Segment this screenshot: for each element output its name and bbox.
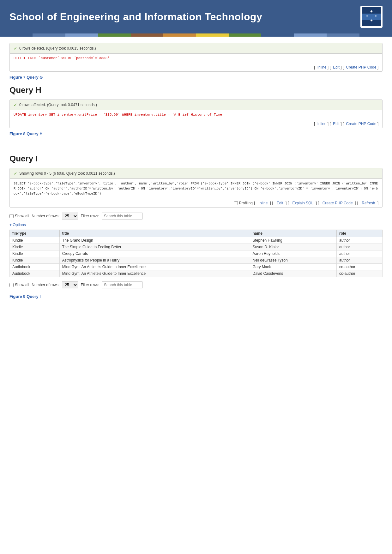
- table-cell: Susan D. Kialor: [250, 244, 336, 250]
- number-of-rows-select[interactable]: 25 50 100: [62, 213, 78, 220]
- query-i-result-box: ✓ Showing rows 0 - 5 (6 total, Query too…: [9, 168, 383, 208]
- query-i-actions: Profiling [ Inline ] [ Edit ] [ Explain …: [10, 199, 382, 207]
- profiling-check[interactable]: [234, 201, 238, 205]
- query-g-status-text: 0 rows deleted. (Query took 0.0015 secon…: [19, 46, 96, 51]
- table-cell: co-author: [337, 264, 383, 270]
- figure-7-label: Figure 7 Query G: [9, 75, 383, 80]
- query-i-refresh-link[interactable]: Refresh: [362, 201, 375, 205]
- query-h-result-box: ✓ 0 rows affected. (Query took 0.0471 se…: [9, 99, 383, 128]
- svg-text:✦: ✦: [370, 18, 373, 23]
- table-controls-top: Show all Number of rows: 25 50 100 Filte…: [9, 211, 383, 221]
- col-name[interactable]: name: [250, 230, 336, 237]
- show-all-label-bottom[interactable]: Show all: [9, 283, 29, 287]
- color-bar-segment: [294, 33, 327, 37]
- color-bar: [0, 33, 392, 37]
- svg-text:✦: ✦: [370, 9, 373, 14]
- table-cell: Kindle: [10, 244, 60, 250]
- query-h-inline-link[interactable]: Inline: [317, 122, 327, 126]
- figure-8-label: Figure 8 Query H: [9, 131, 383, 136]
- table-cell: Kindle: [10, 257, 60, 264]
- number-of-rows-label-bottom: Number of rows:: [32, 283, 59, 287]
- query-i-sql-text: SELECT 'e-book-type','fileType','invento…: [14, 182, 378, 196]
- table-header: fileType title name role: [10, 230, 383, 237]
- check-icon-i: ✓: [14, 171, 17, 176]
- color-bar-segment: [196, 33, 229, 37]
- query-h-create-php-link[interactable]: Create PHP Code: [346, 122, 376, 126]
- table-cell: Mind Gym: An Athlete's Guide to Inner Ex…: [59, 270, 250, 277]
- filter-rows-label: Filter rows:: [81, 214, 99, 218]
- table-cell: co-author: [337, 270, 383, 277]
- color-bar-segment: [65, 33, 98, 37]
- table-cell: Audiobook: [10, 264, 60, 270]
- color-bar-segment: [229, 33, 261, 37]
- show-all-checkbox[interactable]: [9, 214, 14, 218]
- table-row: KindleAstrophysics for People in a Hurry…: [10, 257, 383, 264]
- table-cell: David Casstevens: [250, 270, 336, 277]
- table-cell: Audiobook: [10, 270, 60, 277]
- table-row: KindleThe Grand DesignStephen Hawkingaut…: [10, 237, 383, 244]
- search-input[interactable]: [102, 213, 143, 220]
- color-bar-segment: [98, 33, 130, 37]
- table-header-row: fileType title name role: [10, 230, 383, 237]
- query-g-actions: [ Inline ] [ Edit ] [ Create PHP Code ]: [10, 63, 382, 71]
- query-i-explain-sql-link[interactable]: Explain SQL: [292, 201, 313, 205]
- query-g-create-php-link[interactable]: Create PHP Code: [346, 65, 376, 69]
- header-title: School of Engineering and Information Te…: [9, 11, 262, 23]
- table-cell: Astrophysics for People in a Hurry: [59, 257, 250, 264]
- page-header: School of Engineering and Information Te…: [0, 0, 392, 33]
- color-bar-segment: [163, 33, 196, 37]
- number-of-rows-select-bottom[interactable]: 25 50 100: [62, 281, 78, 288]
- check-icon-h: ✓: [14, 102, 17, 107]
- query-i-create-php-link[interactable]: Create PHP Code: [323, 201, 353, 205]
- color-bar-segment: [0, 33, 33, 37]
- search-input-bottom[interactable]: [102, 281, 143, 288]
- query-h-status-text: 0 rows affected. (Query took 0.0471 seco…: [19, 103, 97, 107]
- table-row: KindleThe Simple Guide to Feeling Better…: [10, 244, 383, 250]
- profiling-label: Profiling: [239, 201, 253, 205]
- color-bar-segment: [327, 33, 359, 37]
- query-i-sql: SELECT 'e-book-type','fileType','invento…: [10, 179, 382, 199]
- col-role[interactable]: role: [337, 230, 383, 237]
- col-title[interactable]: title: [59, 230, 250, 237]
- table-cell: author: [337, 257, 383, 264]
- query-i-inline-link[interactable]: Inline: [259, 201, 268, 205]
- table-cell: Creepy Carrots: [59, 250, 250, 257]
- logo-icon: ✦ ✦ ✦ ✦: [362, 7, 381, 26]
- table-cell: Stephen Hawking: [250, 237, 336, 244]
- options-label: + Options: [9, 223, 26, 227]
- query-g-inline-link[interactable]: Inline: [317, 65, 327, 69]
- color-bar-segment: [33, 33, 65, 37]
- table-cell: Gary Mack: [250, 264, 336, 270]
- table-controls-bottom: Show all Number of rows: 25 50 100 Filte…: [9, 280, 383, 290]
- profiling-checkbox: Profiling: [234, 201, 253, 205]
- table-cell: author: [337, 250, 383, 257]
- table-cell: author: [337, 237, 383, 244]
- query-h-edit-link[interactable]: Edit: [333, 122, 340, 126]
- table-cell: The Simple Guide to Feeling Better: [59, 244, 250, 250]
- query-i-status: ✓ Showing rows 0 - 5 (6 total, Query too…: [10, 168, 382, 179]
- svg-text:✦: ✦: [365, 14, 369, 18]
- col-filetype[interactable]: fileType: [10, 230, 60, 237]
- query-h-heading: Query H: [9, 85, 383, 95]
- options-row[interactable]: + Options: [9, 221, 383, 228]
- check-icon: ✓: [14, 46, 17, 51]
- query-h-actions: [ Inline ] [ Edit ] [ Create PHP Code ]: [10, 120, 382, 128]
- show-all-checkbox-bottom[interactable]: [9, 283, 14, 287]
- show-all-label[interactable]: Show all: [9, 214, 29, 218]
- main-content: ✓ 0 rows deleted. (Query took 0.0015 sec…: [0, 37, 392, 308]
- filter-rows-label-bottom: Filter rows:: [81, 283, 99, 287]
- table-cell: Mind Gym: An Athlete's Guide to Inner Ex…: [59, 264, 250, 270]
- table-cell: Aaron Reynolds: [250, 250, 336, 257]
- table-body: KindleThe Grand DesignStephen Hawkingaut…: [10, 237, 383, 277]
- query-h-status: ✓ 0 rows affected. (Query took 0.0471 se…: [10, 100, 382, 110]
- query-i-table: fileType title name role KindleThe Grand…: [9, 230, 383, 277]
- query-g-edit-link[interactable]: Edit: [333, 65, 340, 69]
- svg-text:✦: ✦: [374, 14, 377, 18]
- query-g-status: ✓ 0 rows deleted. (Query took 0.0015 sec…: [10, 43, 382, 54]
- query-i-edit-link[interactable]: Edit: [277, 201, 283, 205]
- query-i-status-text: Showing rows 0 - 5 (6 total, Query took …: [19, 171, 115, 176]
- color-bar-segment: [131, 33, 163, 37]
- table-cell: The Grand Design: [59, 237, 250, 244]
- table-row: AudiobookMind Gym: An Athlete's Guide to…: [10, 270, 383, 277]
- table-cell: Kindle: [10, 237, 60, 244]
